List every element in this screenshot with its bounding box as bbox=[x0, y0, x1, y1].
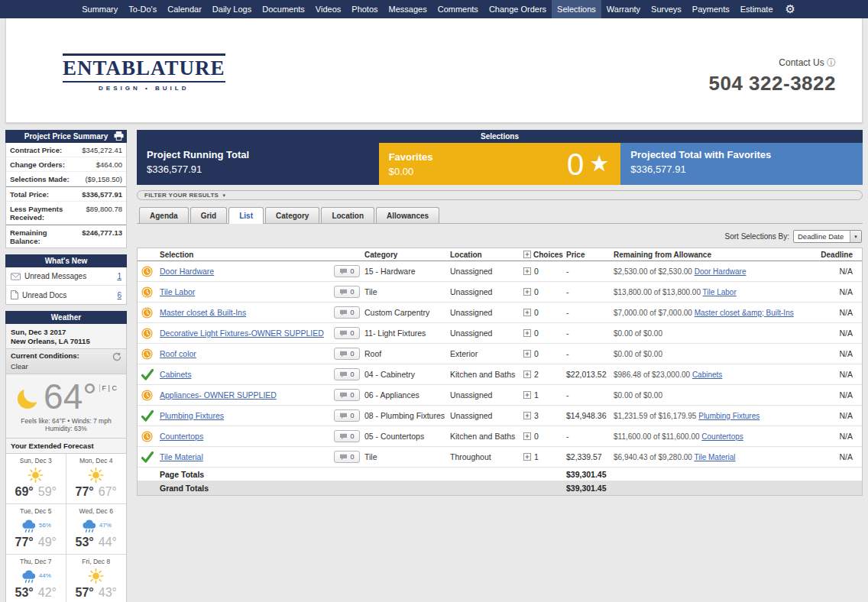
selection-link[interactable]: Tile Material bbox=[160, 452, 203, 461]
expand-choices-icon[interactable] bbox=[523, 350, 531, 358]
moon-icon bbox=[15, 385, 41, 411]
nav-item-messages[interactable]: Messages bbox=[384, 0, 432, 18]
refresh-icon[interactable] bbox=[112, 352, 121, 361]
selection-link[interactable]: Cabinets bbox=[160, 370, 191, 379]
logo-text: ENTABLATURE bbox=[63, 58, 225, 83]
remaining-allowance-link[interactable]: Door Hardware bbox=[695, 267, 747, 276]
nav-item-selections[interactable]: Selections bbox=[552, 0, 601, 18]
tab-list[interactable]: List bbox=[228, 207, 264, 224]
forecast-day: Tue, Dec 5 bbox=[6, 507, 66, 515]
nav-item-to-do-s[interactable]: To-Do's bbox=[123, 0, 162, 18]
expand-choices-icon[interactable] bbox=[523, 371, 531, 378]
comments-button[interactable]: 0 bbox=[334, 389, 360, 401]
nav-item-warranty[interactable]: Warranty bbox=[601, 0, 646, 18]
price-cell: - bbox=[566, 308, 614, 317]
comments-button[interactable]: 0 bbox=[334, 409, 360, 422]
expand-choices-icon[interactable] bbox=[523, 412, 531, 419]
selection-link[interactable]: Master closet & Built-Ins bbox=[160, 308, 246, 317]
tab-agenda[interactable]: Agenda bbox=[139, 207, 189, 223]
comments-button[interactable]: 0 bbox=[334, 368, 360, 380]
forecast-low: 42° bbox=[38, 586, 57, 600]
whats-new-label[interactable]: Unread Messages bbox=[24, 272, 113, 280]
comments-button[interactable]: 0 bbox=[334, 327, 360, 339]
nav-item-change-orders[interactable]: Change Orders bbox=[484, 0, 552, 18]
table-row: Cabinets 0 04 - Cabinetry Kitchen and Ba… bbox=[138, 364, 862, 385]
remaining-allowance-link[interactable]: Master closet &amp; Built-Ins bbox=[695, 309, 794, 317]
comments-button[interactable]: 0 bbox=[334, 430, 360, 442]
selection-link[interactable]: Decorative Light Fixtures-OWNER SUPPLIED bbox=[160, 329, 324, 338]
price-cell: - bbox=[566, 267, 614, 276]
remaining-allowance-link[interactable]: Tile Material bbox=[694, 453, 735, 461]
remaining-allowance-link[interactable]: Tile Labor bbox=[703, 288, 737, 296]
contact-us-link[interactable]: Contact Us bbox=[779, 57, 824, 68]
choices-count: 0 bbox=[534, 267, 539, 276]
comments-count: 0 bbox=[350, 309, 354, 316]
tab-category[interactable]: Category bbox=[265, 207, 319, 223]
top-nav: SummaryTo-Do'sCalendarDaily LogsDocument… bbox=[0, 0, 868, 18]
rain-icon: 56% bbox=[6, 516, 66, 535]
selection-link[interactable]: Door Hardware bbox=[160, 267, 214, 276]
location-cell: Kitchen and Baths bbox=[450, 370, 523, 379]
comments-button[interactable]: 0 bbox=[334, 265, 360, 277]
expand-choices-icon[interactable] bbox=[523, 453, 531, 461]
expand-all-icon[interactable] bbox=[523, 251, 531, 258]
expand-choices-icon[interactable] bbox=[523, 432, 531, 440]
tab-allowances[interactable]: Allowances bbox=[376, 207, 439, 223]
chevron-down-icon: ▼ bbox=[222, 193, 226, 198]
whats-new-count-link[interactable]: 6 bbox=[117, 291, 121, 299]
expand-choices-icon[interactable] bbox=[523, 267, 531, 275]
selection-link[interactable]: Plumbing Fixtures bbox=[160, 411, 224, 420]
selection-link[interactable]: Countertops bbox=[160, 432, 203, 441]
speech-bubble-icon bbox=[339, 268, 348, 275]
expand-choices-icon[interactable] bbox=[523, 329, 531, 337]
nav-item-daily-logs[interactable]: Daily Logs bbox=[207, 0, 257, 18]
price-summary-row: Selections Made: ($9,158.50) bbox=[6, 172, 126, 186]
doc-icon bbox=[11, 290, 18, 299]
selection-link[interactable]: Roof color bbox=[160, 349, 196, 358]
comments-button[interactable]: 0 bbox=[334, 348, 360, 360]
remaining-allowance-link[interactable]: Plumbing Fixtures bbox=[698, 412, 760, 420]
price-cell: - bbox=[566, 349, 614, 358]
settings-gear-icon[interactable]: ⚙ bbox=[779, 0, 802, 18]
price-summary-value: $89,800.78 bbox=[86, 205, 122, 222]
print-icon[interactable] bbox=[114, 131, 124, 141]
expand-choices-icon[interactable] bbox=[523, 391, 531, 399]
expand-choices-icon[interactable] bbox=[523, 288, 531, 296]
price-cell: - bbox=[566, 390, 614, 400]
deadline-cell: N/A bbox=[804, 370, 853, 379]
nav-item-calendar[interactable]: Calendar bbox=[162, 0, 207, 18]
comments-button[interactable]: 0 bbox=[334, 286, 360, 298]
nav-item-payments[interactable]: Payments bbox=[687, 0, 735, 18]
tab-grid[interactable]: Grid bbox=[190, 207, 228, 223]
remaining-allowance-link[interactable]: Cabinets bbox=[692, 371, 722, 379]
deadline-cell: N/A bbox=[804, 390, 853, 400]
remaining-text: $6,940.43 of $9,280.00 bbox=[614, 453, 692, 461]
comments-button[interactable]: 0 bbox=[334, 306, 360, 319]
info-icon[interactable]: ⓘ bbox=[827, 57, 836, 68]
nav-item-documents[interactable]: Documents bbox=[257, 0, 310, 18]
whats-new-count-link[interactable]: 1 bbox=[117, 272, 121, 280]
temp-unit-toggle[interactable]: F | C bbox=[99, 384, 117, 392]
forecast-grid: Sun, Dec 3 69° 59° Mon, Dec 4 77° 67° Tu… bbox=[6, 453, 126, 602]
comments-count: 0 bbox=[350, 453, 354, 461]
tab-location[interactable]: Location bbox=[321, 207, 374, 223]
comments-button[interactable]: 0 bbox=[334, 451, 360, 463]
pending-status-icon bbox=[141, 290, 153, 299]
nav-item-summary[interactable]: Summary bbox=[76, 0, 123, 18]
expand-choices-icon[interactable] bbox=[523, 309, 531, 316]
nav-item-photos[interactable]: Photos bbox=[346, 0, 383, 18]
deadline-cell: N/A bbox=[804, 329, 853, 338]
nav-item-surveys[interactable]: Surveys bbox=[646, 0, 687, 18]
whats-new-label[interactable]: Unread Docs bbox=[22, 291, 113, 299]
selection-link[interactable]: Appliances- OWNER SUPPLIED bbox=[160, 390, 277, 400]
nav-item-comments[interactable]: Comments bbox=[432, 0, 484, 18]
selection-link[interactable]: Tile Labor bbox=[160, 287, 195, 296]
weather-header: Weather bbox=[5, 311, 127, 324]
price-summary-body: Contract Price: $345,272.41 Change Order… bbox=[5, 143, 127, 248]
remaining-text: $0.00 of $0.00 bbox=[614, 329, 662, 338]
remaining-allowance-link[interactable]: Countertops bbox=[701, 432, 743, 441]
nav-item-videos[interactable]: Videos bbox=[310, 0, 346, 18]
filter-results-toggle[interactable]: FILTER YOUR RESULTS ▼ bbox=[137, 190, 863, 200]
nav-item-estimate[interactable]: Estimate bbox=[735, 0, 779, 18]
sort-select[interactable]: Deadline Date ▼ bbox=[793, 230, 862, 243]
